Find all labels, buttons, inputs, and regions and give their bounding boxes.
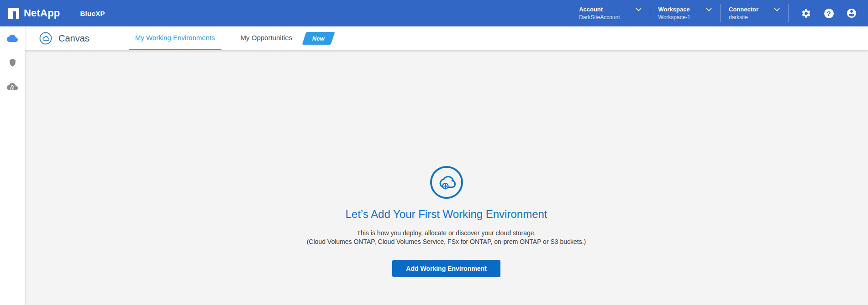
- cloud-lock-icon: [7, 81, 18, 92]
- sidebar-item-protection[interactable]: [7, 57, 18, 68]
- new-badge-label: New: [312, 35, 325, 42]
- canvas-cloud-icon: [39, 32, 52, 45]
- tab-my-opportunities[interactable]: My Opportunities: [234, 26, 299, 50]
- gear-icon: [801, 8, 811, 19]
- account-menu-label: Account: [579, 5, 620, 14]
- netapp-mark-icon: [8, 8, 19, 19]
- account-menu-value: DarkSiteAccount: [579, 14, 620, 21]
- account-menu[interactable]: Account DarkSiteAccount: [571, 5, 649, 21]
- add-working-environment-icon-circle: [430, 166, 463, 199]
- canvas-header: Canvas My Working Environments My Opport…: [25, 26, 868, 50]
- empty-state-line1: This is how you deploy, allocate or disc…: [307, 229, 586, 238]
- page-title: Canvas: [58, 33, 89, 44]
- topbar-right: Account DarkSiteAccount Workspace Worksp…: [571, 4, 857, 22]
- tab-my-working-environments[interactable]: My Working Environments: [129, 26, 221, 50]
- settings-button[interactable]: [800, 8, 811, 19]
- empty-state: Let’s Add Your First Working Environment…: [25, 166, 868, 277]
- tab-label: My Working Environments: [135, 34, 215, 41]
- help-icon: ?: [824, 9, 834, 18]
- canvas-body: Let’s Add Your First Working Environment…: [25, 50, 868, 305]
- product-name: BlueXP: [80, 10, 105, 17]
- connector-menu-value: darksite: [729, 14, 758, 21]
- new-badge: New: [302, 32, 335, 45]
- user-account-icon: [846, 8, 857, 19]
- connector-menu-label: Connector: [729, 5, 758, 14]
- main-column: Canvas My Working Environments My Opport…: [25, 26, 868, 305]
- help-button[interactable]: ?: [823, 8, 834, 19]
- canvas-title-wrap: Canvas: [39, 32, 89, 45]
- connector-menu[interactable]: Connector darksite: [721, 5, 788, 21]
- canvas-tabs: My Working Environments My Opportunities…: [129, 26, 333, 50]
- tab-label: My Opportunities: [241, 34, 292, 41]
- add-working-environment-button[interactable]: Add Working Environment: [392, 260, 500, 277]
- cloud-plus-icon: [436, 173, 457, 191]
- workspace-menu[interactable]: Workspace Workspace-1: [650, 5, 720, 21]
- shield-icon: [8, 57, 17, 67]
- empty-state-heading: Let’s Add Your First Working Environment: [345, 208, 547, 221]
- sidebar-item-canvas[interactable]: [7, 33, 18, 44]
- netapp-logo: NetApp: [8, 7, 60, 19]
- empty-state-line2: (Cloud Volumes ONTAP, Cloud Volumes Serv…: [307, 238, 586, 246]
- topbar: NetApp BlueXP Account DarkSiteAccount Wo…: [0, 0, 868, 26]
- chevron-down-icon: [774, 8, 780, 11]
- left-nav-rail: [0, 26, 25, 305]
- topbar-icons: ?: [800, 8, 857, 19]
- chevron-down-icon: [636, 8, 642, 11]
- brand-name: NetApp: [24, 7, 60, 19]
- user-account-button[interactable]: [846, 8, 857, 19]
- workspace-menu-label: Workspace: [658, 5, 690, 14]
- app-body: Canvas My Working Environments My Opport…: [0, 26, 868, 305]
- chevron-down-icon: [706, 8, 712, 11]
- empty-state-description: This is how you deploy, allocate or disc…: [307, 229, 586, 246]
- workspace-menu-value: Workspace-1: [658, 14, 690, 21]
- cloud-icon: [7, 33, 18, 44]
- sidebar-item-cloud-security[interactable]: [7, 81, 18, 92]
- topbar-divider: [788, 4, 789, 22]
